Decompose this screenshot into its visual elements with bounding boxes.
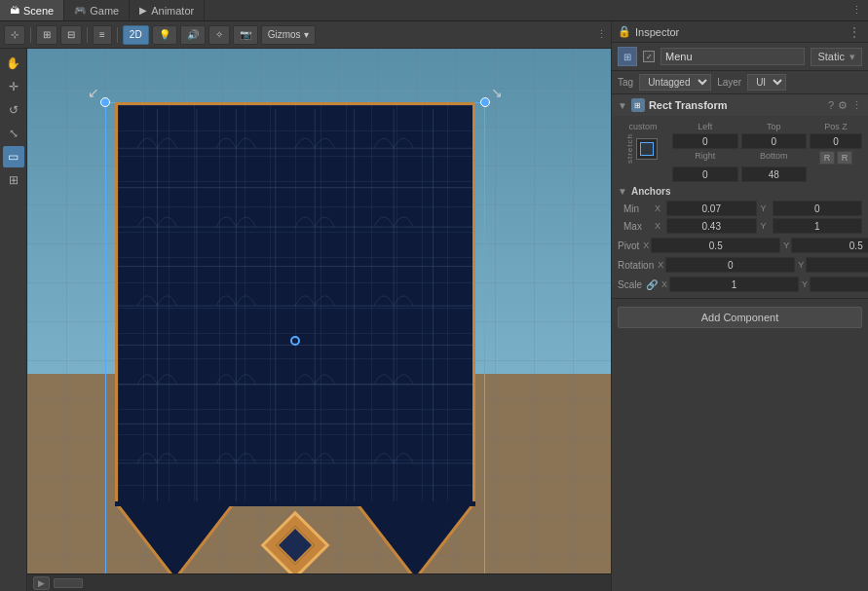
camera-icon: 📷 xyxy=(240,29,251,40)
rt-r-btn2[interactable]: R xyxy=(837,151,852,165)
tab-animator[interactable]: ▶ Animator xyxy=(130,0,205,20)
tool-transform[interactable]: ⊞ xyxy=(3,169,24,191)
anchor-max-y-axis: Y xyxy=(761,221,769,231)
scale-xyz: X Y Z xyxy=(661,277,868,292)
add-component-btn[interactable]: Add Component xyxy=(618,307,862,328)
tab-game[interactable]: 🎮 Game xyxy=(64,0,130,20)
toolbar-camera-btn[interactable]: 📷 xyxy=(233,25,258,45)
toolbar-gizmo-btn[interactable]: ⊹ xyxy=(4,25,25,45)
bottom-pill[interactable]: ▶ xyxy=(33,576,50,590)
scale-x-input[interactable] xyxy=(669,277,799,292)
rt-stretch-label: stretch xyxy=(625,133,634,164)
grid-icon: ⊞ xyxy=(43,29,51,40)
svg-marker-17 xyxy=(115,501,235,579)
scale-y-axis: Y xyxy=(802,279,808,289)
anchors-section: ▼ Anchors Min X Y xyxy=(612,184,868,236)
toolbar-2d-btn[interactable]: 2D xyxy=(123,25,149,45)
scale-x-axis: X xyxy=(661,279,667,289)
gizmos-label: Gizmos xyxy=(268,29,301,40)
rt-posz-input[interactable] xyxy=(810,133,862,149)
rt-top-input[interactable] xyxy=(741,133,808,149)
tab-scene[interactable]: 🏔 Scene xyxy=(0,0,64,20)
add-component-label: Add Component xyxy=(701,312,779,323)
pivot-label: Pivot xyxy=(618,240,639,251)
anchors-toggle-icon[interactable]: ▼ xyxy=(618,186,627,197)
object-header: ⊞ ✓ Static ▾ xyxy=(612,43,868,71)
rt-left-input[interactable] xyxy=(672,133,738,149)
inspector-header: 🔒 Inspector ⋮ xyxy=(612,21,868,43)
inspector-lock-icon[interactable]: 🔒 xyxy=(618,25,631,38)
scale-lock-icon[interactable]: 🔗 xyxy=(646,279,658,290)
tool-scale[interactable]: ⤡ xyxy=(3,123,24,144)
toolbar-gizmos-btn[interactable]: Gizmos ▾ xyxy=(261,25,316,45)
rotation-x-field: X xyxy=(658,257,795,273)
inspector-overflow-btn[interactable]: ⋮ xyxy=(847,25,862,39)
layer-select[interactable]: UI xyxy=(747,74,786,91)
rect-transform-icon: ⊞ xyxy=(631,98,645,112)
handle-arrow-tr: ↘ xyxy=(491,85,503,100)
tool-move[interactable]: ✛ xyxy=(3,76,24,97)
anchor-min-x-input[interactable] xyxy=(666,201,757,216)
toolbar-layers-btn[interactable]: ≡ xyxy=(93,25,112,45)
fx-icon: ✧ xyxy=(215,29,223,40)
anchors-header: ▼ Anchors xyxy=(618,186,862,197)
audio-icon: 🔊 xyxy=(187,29,199,40)
rotation-row: Rotation X Y Z xyxy=(612,255,868,275)
inspector-title: Inspector xyxy=(635,26,843,38)
pivot-x-input[interactable] xyxy=(651,238,780,253)
rt-right-input[interactable] xyxy=(672,166,738,182)
rt-left-meta: custom stretch xyxy=(618,122,668,164)
toolbar-grid-btn[interactable]: ⊞ xyxy=(36,25,57,45)
center-dot xyxy=(290,336,300,346)
rect-transform-help-btn[interactable]: ? xyxy=(828,99,834,111)
rt-col-header2: Right Bottom R R xyxy=(672,151,862,165)
object-active-checkbox[interactable]: ✓ xyxy=(643,51,655,62)
object-icon: ⊞ xyxy=(618,47,637,66)
static-arrow-icon: ▾ xyxy=(849,51,855,62)
toolbar-fx-btn[interactable]: ✧ xyxy=(208,25,230,45)
tool-hand[interactable]: ✋ xyxy=(3,53,24,74)
banner-body xyxy=(115,102,475,506)
rect-transform-header[interactable]: ▼ ⊞ Rect Transform ? ⚙ ⋮ xyxy=(612,94,868,116)
tool-rotate[interactable]: ↺ xyxy=(3,99,24,121)
anchor-max-y-input[interactable] xyxy=(773,218,863,234)
tab-bar: 🏔 Scene 🎮 Game ▶ Animator ⋮ xyxy=(0,0,868,21)
toolbar-snap-btn[interactable]: ⊟ xyxy=(60,25,82,45)
tool-rect[interactable]: ▭ xyxy=(3,146,24,167)
object-static-dropdown[interactable]: Static ▾ xyxy=(811,48,862,66)
pivot-y-axis: Y xyxy=(783,240,789,250)
rot-y-input[interactable] xyxy=(806,257,868,273)
banner-wrapper[interactable]: ↙ ↘ ↗ ↖ xyxy=(105,102,485,579)
sep1 xyxy=(30,27,31,43)
scene-wrapper: ⊹ ⊞ ⊟ ≡ 2D 💡 🔊 ✧ xyxy=(0,21,611,591)
tag-select[interactable]: Untagged xyxy=(639,74,711,91)
toolbar-overflow[interactable]: ⋮ xyxy=(596,28,607,41)
rt-stretch-row: stretch xyxy=(625,133,661,164)
rect-transform-more-btn[interactable]: ⋮ xyxy=(851,99,862,112)
rot-x-axis: X xyxy=(658,260,663,270)
object-name-input[interactable] xyxy=(660,48,805,65)
rt-bottom-input[interactable] xyxy=(741,166,808,182)
scene-view[interactable]: ↙ ↘ ↗ ↖ xyxy=(27,49,611,591)
scale-y-input[interactable] xyxy=(810,277,868,292)
tab-overflow-btn[interactable]: ⋮ xyxy=(846,4,868,17)
anchor-min-y-axis: Y xyxy=(761,203,769,213)
layer-label: Layer xyxy=(717,77,741,88)
rotation-xyz: X Y Z xyxy=(658,257,868,273)
pivot-y-input[interactable] xyxy=(791,238,868,253)
banner-visual xyxy=(105,102,485,579)
anchor-min-y-input[interactable] xyxy=(773,201,863,216)
banner-diamond-inner xyxy=(276,526,315,565)
rt-right-label-header: Right xyxy=(672,151,738,165)
toolbar-light-btn[interactable]: 💡 xyxy=(152,25,177,45)
rt-top-label-header: Top xyxy=(741,122,808,131)
anchor-max-x-input[interactable] xyxy=(666,218,757,234)
rot-x-input[interactable] xyxy=(665,257,795,273)
rt-r-btn1[interactable]: R xyxy=(819,151,835,165)
toolbar-audio-btn[interactable]: 🔊 xyxy=(180,25,206,45)
rect-transform-settings-btn[interactable]: ⚙ xyxy=(838,99,848,112)
rect-transform-name: Rect Transform xyxy=(649,99,824,111)
pivot-row: Pivot X Y xyxy=(612,236,868,255)
rt-left-label-header: Left xyxy=(672,122,738,131)
anchor-preset-box[interactable] xyxy=(636,138,658,160)
